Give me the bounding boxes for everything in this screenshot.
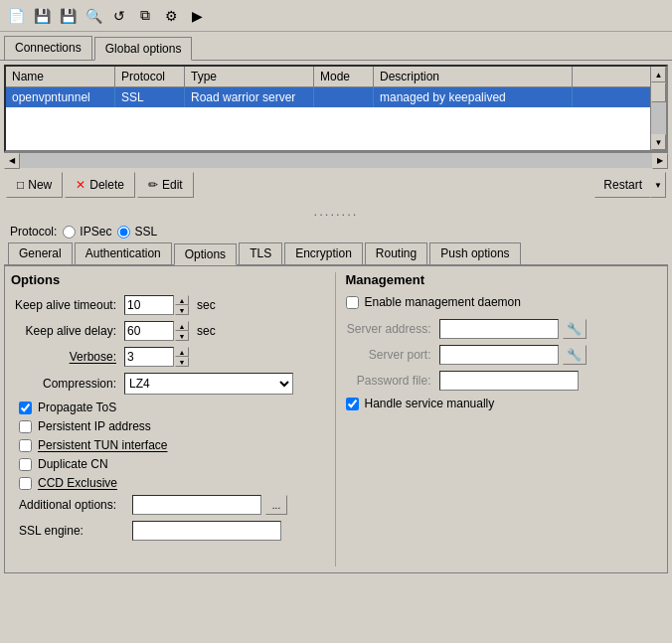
password-file-input[interactable]: [439, 371, 579, 391]
keepalive-delay-up[interactable]: ▲: [175, 321, 189, 331]
verbose-down[interactable]: ▼: [175, 357, 189, 367]
connections-table: Name Protocol Type Mode Description open…: [4, 65, 668, 152]
restart-button[interactable]: Restart: [594, 172, 650, 198]
inner-tab-bar: General Authentication Options TLS Encry…: [4, 242, 668, 265]
delete-label: Delete: [89, 178, 124, 192]
settings-button[interactable]: ⚙: [159, 4, 183, 28]
h-scrollbar[interactable]: ◀ ▶: [4, 152, 668, 168]
new-icon: □: [17, 178, 24, 192]
edit-button[interactable]: ✏ Edit: [137, 172, 194, 198]
protocol-ssl-radio[interactable]: [117, 226, 130, 239]
ccd-exclusive-row: CCD Exclusive: [11, 476, 327, 490]
delete-icon: ✕: [76, 178, 85, 192]
h-scroll-right-btn[interactable]: ▶: [652, 153, 668, 169]
additional-options-label: Additional options:: [19, 498, 128, 512]
search-button[interactable]: 🔍: [82, 4, 105, 28]
protocol-ipsec-text: IPSec: [80, 225, 111, 239]
verbose-spinbox: ▲ ▼: [124, 347, 189, 367]
col-mode: Mode: [314, 67, 374, 86]
password-file-label: Password file:: [346, 374, 435, 388]
col-description: Description: [374, 67, 573, 86]
scroll-thumb[interactable]: [651, 82, 666, 102]
persistent-tun-checkbox[interactable]: [19, 439, 32, 452]
ssl-engine-input[interactable]: [132, 521, 281, 541]
table-row[interactable]: openvpntunnel SSL Road warrior server ma…: [6, 87, 650, 107]
restart-area: Restart ▼: [594, 172, 666, 198]
save2-button[interactable]: 💾: [56, 4, 80, 28]
keepalive-timeout-down[interactable]: ▼: [175, 305, 189, 315]
verbose-up[interactable]: ▲: [175, 347, 189, 357]
tab-global-options[interactable]: Global options: [94, 37, 193, 61]
refresh-button[interactable]: ↺: [107, 4, 131, 28]
enable-daemon-checkbox[interactable]: [346, 296, 359, 309]
server-port-row: Server port: 🔧: [346, 345, 662, 365]
options-title: Options: [11, 272, 327, 287]
tab-push-options[interactable]: Push options: [429, 242, 520, 264]
persistent-tun-label: Persistent TUN interface: [38, 438, 168, 452]
main-tab-bar: Connections Global options: [0, 32, 672, 61]
tab-authentication[interactable]: Authentication: [75, 242, 172, 264]
delete-button[interactable]: ✕ Delete: [65, 172, 135, 198]
cell-name: openvpntunnel: [6, 87, 115, 107]
tab-options[interactable]: Options: [174, 243, 237, 265]
handle-service-label: Handle service manually: [365, 397, 495, 410]
new-doc-button[interactable]: 📄: [4, 4, 28, 28]
keepalive-delay-down[interactable]: ▼: [175, 331, 189, 341]
keepalive-delay-spinbox: ▲ ▼: [124, 321, 189, 341]
keepalive-timeout-row: Keep alive timeout: ▲ ▼ sec: [11, 295, 327, 315]
compression-select[interactable]: LZ4 LZO None: [124, 373, 293, 395]
keepalive-timeout-up[interactable]: ▲: [175, 295, 189, 305]
h-scroll-left-btn[interactable]: ◀: [4, 153, 20, 169]
cell-description: managed by keepalived: [374, 87, 573, 107]
new-label: New: [28, 178, 52, 192]
propagate-tos-row: Propagate ToS: [11, 401, 327, 414]
persistent-ip-label: Persistent IP address: [38, 419, 151, 433]
restart-dropdown-btn[interactable]: ▼: [650, 172, 666, 198]
enable-daemon-row: Enable management daemon: [346, 295, 662, 309]
keepalive-timeout-spin-btns: ▲ ▼: [175, 295, 189, 315]
server-port-btn[interactable]: 🔧: [563, 345, 587, 365]
tab-tls[interactable]: TLS: [239, 242, 282, 264]
verbose-spin-btns: ▲ ▼: [175, 347, 189, 367]
compression-label: Compression:: [11, 377, 120, 391]
server-address-btn[interactable]: 🔧: [563, 319, 587, 339]
management-title: Management: [346, 272, 662, 287]
duplicate-cn-label: Duplicate CN: [38, 457, 108, 471]
run-button[interactable]: ▶: [185, 4, 209, 28]
additional-options-browse-btn[interactable]: ...: [265, 495, 287, 515]
keepalive-timeout-input[interactable]: [124, 295, 174, 315]
protocol-ipsec-radio[interactable]: [63, 226, 76, 239]
ccd-exclusive-label: CCD Exclusive: [38, 476, 117, 490]
handle-service-checkbox[interactable]: [346, 398, 359, 410]
persistent-ip-checkbox[interactable]: [19, 420, 32, 433]
right-panel: Management Enable management daemon Serv…: [335, 272, 662, 566]
col-type: Type: [185, 67, 314, 86]
tab-routing[interactable]: Routing: [365, 242, 427, 264]
server-address-input[interactable]: [439, 319, 559, 339]
h-scroll-track: [20, 153, 652, 168]
save-button[interactable]: 💾: [30, 4, 54, 28]
verbose-input[interactable]: [124, 347, 174, 367]
scroll-up-btn[interactable]: ▲: [651, 67, 666, 82]
duplicate-cn-checkbox[interactable]: [19, 458, 32, 471]
protocol-ssl-label[interactable]: SSL: [117, 225, 157, 239]
persistent-tun-row: Persistent TUN interface: [11, 438, 327, 452]
tab-general[interactable]: General: [8, 242, 73, 264]
cell-protocol: SSL: [115, 87, 185, 107]
new-button[interactable]: □ New: [6, 172, 63, 198]
edit-icon: ✏: [148, 178, 158, 192]
copy-button[interactable]: ⧉: [133, 4, 157, 28]
propagate-tos-checkbox[interactable]: [19, 402, 32, 414]
col-protocol: Protocol: [115, 67, 185, 86]
server-port-input[interactable]: [439, 345, 559, 365]
additional-options-input[interactable]: [132, 495, 261, 515]
scroll-down-btn[interactable]: ▼: [651, 134, 666, 150]
keepalive-delay-input[interactable]: [124, 321, 174, 341]
table-scrollbar[interactable]: ▲ ▼: [650, 67, 666, 150]
tab-encryption[interactable]: Encryption: [284, 242, 363, 264]
protocol-ipsec-label[interactable]: IPSec: [63, 225, 111, 239]
ccd-exclusive-checkbox[interactable]: [19, 477, 32, 490]
keepalive-delay-spin-btns: ▲ ▼: [175, 321, 189, 341]
server-address-row: Server address: 🔧: [346, 319, 662, 339]
tab-connections[interactable]: Connections: [4, 36, 92, 60]
